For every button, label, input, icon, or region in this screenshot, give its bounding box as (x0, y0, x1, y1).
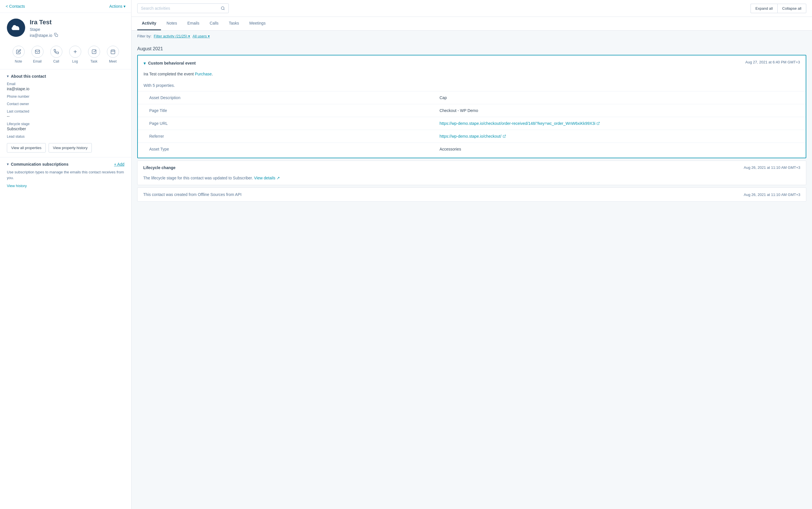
offline-source-timestamp: Aug 26, 2021 at 11:10 AM GMT+3 (744, 193, 800, 197)
last-contacted-value: -- (7, 114, 124, 118)
behavioral-event-card: ▾ Custom behavioral event Aug 27, 2021 a… (137, 55, 806, 158)
task-label: Task (90, 59, 97, 63)
lifecycle-label: Lifecycle stage (7, 122, 124, 126)
email-button[interactable]: Email (31, 46, 43, 63)
left-panel: < Contacts Actions ▾ Ira Test Stape ira@… (0, 0, 131, 509)
expand-all-button[interactable]: Expand all (751, 4, 777, 13)
about-section: ▾ About this contact Email ira@stape.io … (0, 69, 131, 158)
about-section-header: ▾ About this contact (7, 74, 124, 78)
filter-bar: Filter by: Filter activity (21/25) ▾ All… (131, 31, 812, 42)
lifecycle-change-timestamp: Aug 26, 2021 at 11:10 AM GMT+3 (744, 165, 800, 170)
tab-emails[interactable]: Emails (183, 17, 204, 30)
referrer-label: Referrer (149, 134, 439, 139)
subscriptions-header: ▾ Communication subscriptions + Add (7, 162, 124, 167)
tab-notes[interactable]: Notes (162, 17, 182, 30)
lifecycle-field-group: Lifecycle stage Subscriber (7, 122, 124, 131)
meet-icon-circle (107, 46, 119, 58)
view-history-link[interactable]: View history (7, 184, 27, 188)
lead-status-field-group: Lead status (7, 135, 124, 139)
right-top-bar: Expand all Collapse all (131, 0, 812, 17)
page-title-value: Checkout - WP Demo (439, 108, 794, 113)
svg-rect-4 (92, 50, 96, 54)
property-row-page-title: Page Title Checkout - WP Demo (138, 104, 806, 117)
behavioral-event-body-suffix: . (212, 72, 213, 76)
copy-email-icon[interactable] (54, 33, 58, 38)
props-buttons-row: View all properties View property histor… (7, 143, 124, 152)
lifecycle-change-header[interactable]: Lifecycle change Aug 26, 2021 at 11:10 A… (137, 161, 806, 174)
property-row-asset-desc: Asset Description Cap (138, 91, 806, 104)
tab-calls[interactable]: Calls (205, 17, 223, 30)
offline-source-row: This contact was created from Offline So… (137, 188, 806, 201)
referrer-value[interactable]: https://wp-demo.stape.io/checkout/ (439, 134, 794, 139)
add-subscription-link[interactable]: + Add (114, 162, 124, 167)
action-buttons-row: Note Email Call Log (0, 42, 131, 69)
left-top-bar: < Contacts Actions ▾ (0, 0, 131, 13)
tab-activity[interactable]: Activity (137, 17, 161, 30)
asset-desc-value: Cap (439, 95, 794, 100)
expand-collapse-buttons: Expand all Collapse all (751, 4, 806, 13)
external-link-icon-2 (503, 135, 506, 138)
task-icon-circle (88, 46, 100, 58)
about-section-toggle[interactable]: ▾ About this contact (7, 74, 46, 78)
avatar (7, 19, 25, 37)
page-url-label: Page URL (149, 121, 439, 126)
property-row-referrer: Referrer https://wp-demo.stape.io/checko… (138, 130, 806, 142)
tab-tasks[interactable]: Tasks (224, 17, 244, 30)
cloud-avatar-icon (10, 22, 22, 33)
right-panel: Expand all Collapse all Activity Notes E… (131, 0, 812, 509)
log-label: Log (72, 59, 78, 63)
view-all-properties-button[interactable]: View all properties (7, 143, 46, 152)
lifecycle-change-card: Lifecycle change Aug 26, 2021 at 11:10 A… (137, 161, 806, 185)
activity-feed: August 2021 ▾ Custom behavioral event Au… (131, 42, 812, 210)
last-contacted-field-group: Last contacted -- (7, 109, 124, 118)
meet-label: Meet (109, 59, 117, 63)
note-icon-circle (12, 46, 25, 58)
back-to-contacts-link[interactable]: < Contacts (6, 4, 25, 8)
call-button[interactable]: Call (50, 46, 62, 63)
log-button[interactable]: Log (69, 46, 81, 63)
page-url-value[interactable]: https://wp-demo.stape.io/checkout/order-… (439, 121, 794, 126)
behavioral-event-timestamp: Aug 27, 2021 at 6:40 PM GMT+3 (745, 60, 800, 64)
search-input[interactable] (141, 6, 218, 10)
email-icon-circle (31, 46, 43, 58)
svg-rect-0 (56, 34, 58, 37)
actions-button[interactable]: Actions ▾ (109, 4, 126, 8)
about-chevron-icon: ▾ (7, 74, 8, 78)
filter-activity-link[interactable]: Filter activity (21/25) ▾ (154, 34, 190, 38)
offline-source-card: This contact was created from Offline So… (137, 188, 806, 202)
purchase-link[interactable]: Purchase (195, 72, 212, 76)
view-details-link[interactable]: View details ↗ (254, 176, 280, 180)
lead-status-label: Lead status (7, 135, 124, 139)
view-property-history-button[interactable]: View property history (49, 143, 92, 152)
all-users-link[interactable]: All users ▾ (193, 34, 210, 38)
asset-type-label: Asset Type (149, 147, 439, 151)
subscriptions-section: ▾ Communication subscriptions + Add Use … (0, 158, 131, 193)
tab-meetings[interactable]: Meetings (245, 17, 270, 30)
about-section-title: About this contact (11, 74, 46, 78)
subscriptions-description: Use subscription types to manage the ema… (7, 169, 124, 180)
subscriptions-toggle[interactable]: ▾ Communication subscriptions (7, 162, 68, 167)
collapse-all-button[interactable]: Collapse all (777, 4, 806, 13)
contact-header: Ira Test Stape ira@stape.io (0, 13, 131, 42)
search-icon (221, 6, 225, 10)
note-button[interactable]: Note (12, 46, 25, 63)
subscriptions-title-text: Communication subscriptions (11, 162, 68, 167)
svg-line-11 (598, 122, 599, 124)
lifecycle-change-title: Lifecycle change (143, 165, 176, 170)
phone-field-label: Phone number (7, 95, 124, 99)
note-label: Note (15, 59, 22, 63)
meet-button[interactable]: Meet (107, 46, 119, 63)
svg-line-10 (224, 9, 224, 10)
contact-email-row: ira@stape.io (30, 33, 124, 38)
owner-field-group: Contact owner (7, 102, 124, 106)
lifecycle-change-text: The lifecycle stage for this contact was… (143, 176, 253, 180)
phone-field-group: Phone number (7, 95, 124, 99)
behavioral-event-title: Custom behavioral event (148, 61, 196, 65)
contact-name: Ira Test (30, 19, 124, 26)
svg-rect-5 (111, 50, 115, 54)
lifecycle-change-body: The lifecycle stage for this contact was… (137, 174, 806, 185)
contact-company: Stape (30, 27, 124, 32)
behavioral-event-header[interactable]: ▾ Custom behavioral event Aug 27, 2021 a… (138, 56, 806, 71)
external-link-icon (596, 122, 600, 125)
task-button[interactable]: Task (88, 46, 100, 63)
